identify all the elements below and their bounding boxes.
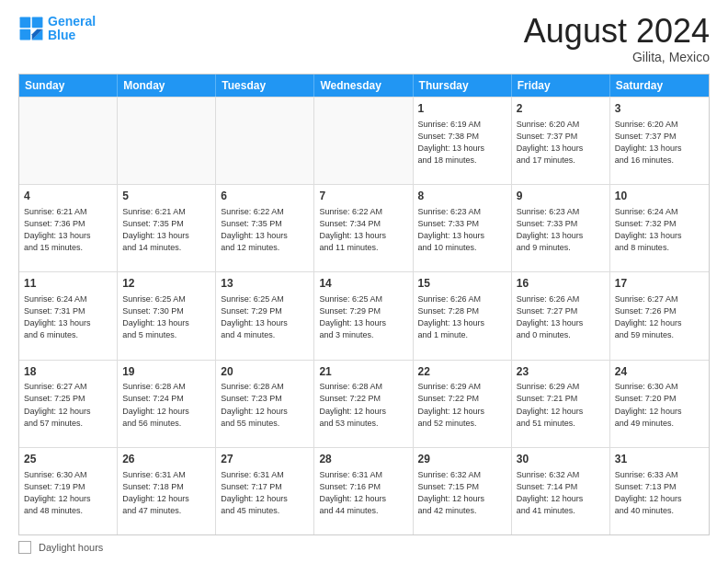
cal-row-4: 25Sunrise: 6:30 AM Sunset: 7:19 PM Dayli… — [19, 447, 709, 534]
cal-cell-1-3: 7Sunrise: 6:22 AM Sunset: 7:34 PM Daylig… — [314, 185, 413, 271]
cal-cell-0-1 — [118, 98, 216, 184]
dow-thursday: Thursday — [414, 75, 512, 97]
sun-info: Sunrise: 6:25 AM Sunset: 7:29 PM Dayligh… — [221, 293, 309, 341]
day-number: 30 — [517, 452, 605, 467]
day-number: 12 — [122, 276, 210, 292]
daylight-box — [18, 541, 31, 554]
daylight-label: Daylight hours — [39, 542, 103, 553]
cal-cell-4-6: 31Sunrise: 6:33 AM Sunset: 7:13 PM Dayli… — [610, 448, 709, 534]
dow-monday: Monday — [118, 75, 216, 97]
sun-info: Sunrise: 6:24 AM Sunset: 7:31 PM Dayligh… — [24, 293, 112, 341]
cal-cell-1-5: 9Sunrise: 6:23 AM Sunset: 7:33 PM Daylig… — [512, 185, 610, 271]
day-number: 3 — [615, 101, 704, 117]
logo: General Blue — [18, 15, 96, 43]
sun-info: Sunrise: 6:32 AM Sunset: 7:15 PM Dayligh… — [418, 469, 506, 517]
cal-cell-4-4: 29Sunrise: 6:32 AM Sunset: 7:15 PM Dayli… — [414, 448, 512, 534]
cal-cell-3-3: 21Sunrise: 6:28 AM Sunset: 7:22 PM Dayli… — [314, 361, 413, 447]
sun-info: Sunrise: 6:22 AM Sunset: 7:35 PM Dayligh… — [221, 206, 309, 254]
cal-row-3: 18Sunrise: 6:27 AM Sunset: 7:25 PM Dayli… — [19, 360, 709, 447]
cal-cell-3-0: 18Sunrise: 6:27 AM Sunset: 7:25 PM Dayli… — [19, 361, 118, 447]
cal-cell-3-4: 22Sunrise: 6:29 AM Sunset: 7:22 PM Dayli… — [414, 361, 512, 447]
sun-info: Sunrise: 6:26 AM Sunset: 7:27 PM Dayligh… — [517, 293, 605, 341]
cal-cell-4-1: 26Sunrise: 6:31 AM Sunset: 7:18 PM Dayli… — [118, 448, 216, 534]
cal-cell-1-4: 8Sunrise: 6:23 AM Sunset: 7:33 PM Daylig… — [414, 185, 512, 271]
logo-icon — [18, 16, 44, 41]
cal-row-0: 1Sunrise: 6:19 AM Sunset: 7:38 PM Daylig… — [19, 97, 709, 184]
day-number: 27 — [221, 452, 309, 467]
cal-row-2: 11Sunrise: 6:24 AM Sunset: 7:31 PM Dayli… — [19, 271, 709, 359]
cal-cell-0-0 — [19, 98, 118, 184]
sun-info: Sunrise: 6:32 AM Sunset: 7:14 PM Dayligh… — [517, 469, 605, 517]
month-title: August 2024 — [524, 15, 710, 48]
sun-info: Sunrise: 6:28 AM Sunset: 7:23 PM Dayligh… — [221, 381, 309, 429]
cal-cell-2-6: 17Sunrise: 6:27 AM Sunset: 7:26 PM Dayli… — [610, 272, 709, 359]
sun-info: Sunrise: 6:25 AM Sunset: 7:29 PM Dayligh… — [319, 293, 407, 341]
cal-cell-1-2: 6Sunrise: 6:22 AM Sunset: 7:35 PM Daylig… — [216, 185, 314, 271]
cal-cell-1-6: 10Sunrise: 6:24 AM Sunset: 7:32 PM Dayli… — [610, 185, 709, 271]
day-number: 6 — [221, 189, 309, 204]
day-number: 5 — [122, 189, 210, 204]
day-number: 10 — [615, 189, 704, 204]
day-number: 4 — [24, 189, 112, 204]
day-number: 28 — [319, 452, 407, 467]
sun-info: Sunrise: 6:23 AM Sunset: 7:33 PM Dayligh… — [517, 206, 605, 254]
cal-cell-2-2: 13Sunrise: 6:25 AM Sunset: 7:29 PM Dayli… — [216, 272, 314, 359]
sun-info: Sunrise: 6:22 AM Sunset: 7:34 PM Dayligh… — [319, 206, 407, 254]
sun-info: Sunrise: 6:23 AM Sunset: 7:33 PM Dayligh… — [418, 206, 506, 254]
header: General Blue August 2024 Gilita, Mexico — [18, 15, 710, 64]
day-number: 22 — [418, 364, 506, 380]
sun-info: Sunrise: 6:21 AM Sunset: 7:36 PM Dayligh… — [24, 206, 112, 254]
sun-info: Sunrise: 6:21 AM Sunset: 7:35 PM Dayligh… — [122, 206, 210, 254]
page: General Blue August 2024 Gilita, Mexico … — [0, 0, 728, 563]
sun-info: Sunrise: 6:30 AM Sunset: 7:19 PM Dayligh… — [24, 469, 112, 517]
day-number: 2 — [517, 101, 605, 117]
day-number: 8 — [418, 189, 506, 204]
day-number: 15 — [418, 276, 506, 292]
cal-cell-0-4: 1Sunrise: 6:19 AM Sunset: 7:38 PM Daylig… — [414, 98, 512, 184]
sun-info: Sunrise: 6:19 AM Sunset: 7:38 PM Dayligh… — [418, 119, 506, 167]
sun-info: Sunrise: 6:25 AM Sunset: 7:30 PM Dayligh… — [122, 293, 210, 341]
day-number: 26 — [122, 452, 210, 467]
sun-info: Sunrise: 6:29 AM Sunset: 7:21 PM Dayligh… — [517, 381, 605, 429]
cal-cell-2-4: 15Sunrise: 6:26 AM Sunset: 7:28 PM Dayli… — [414, 272, 512, 359]
calendar-header: Sunday Monday Tuesday Wednesday Thursday… — [19, 75, 709, 97]
day-number: 14 — [319, 276, 407, 292]
day-number: 21 — [319, 364, 407, 380]
sun-info: Sunrise: 6:28 AM Sunset: 7:24 PM Dayligh… — [122, 381, 210, 429]
dow-saturday: Saturday — [610, 75, 709, 97]
day-number: 31 — [615, 452, 704, 467]
day-number: 18 — [24, 364, 112, 380]
calendar-body: 1Sunrise: 6:19 AM Sunset: 7:38 PM Daylig… — [19, 97, 709, 534]
cal-row-1: 4Sunrise: 6:21 AM Sunset: 7:36 PM Daylig… — [19, 184, 709, 271]
sun-info: Sunrise: 6:31 AM Sunset: 7:16 PM Dayligh… — [319, 469, 407, 517]
dow-sunday: Sunday — [19, 75, 118, 97]
sun-info: Sunrise: 6:24 AM Sunset: 7:32 PM Dayligh… — [615, 206, 704, 254]
day-number: 24 — [615, 364, 704, 380]
cal-cell-2-0: 11Sunrise: 6:24 AM Sunset: 7:31 PM Dayli… — [19, 272, 118, 359]
cal-cell-3-6: 24Sunrise: 6:30 AM Sunset: 7:20 PM Dayli… — [610, 361, 709, 447]
sun-info: Sunrise: 6:27 AM Sunset: 7:25 PM Dayligh… — [24, 381, 112, 429]
sun-info: Sunrise: 6:31 AM Sunset: 7:17 PM Dayligh… — [221, 469, 309, 517]
cal-cell-4-5: 30Sunrise: 6:32 AM Sunset: 7:14 PM Dayli… — [512, 448, 610, 534]
day-number: 9 — [517, 189, 605, 204]
sun-info: Sunrise: 6:33 AM Sunset: 7:13 PM Dayligh… — [615, 469, 704, 517]
svg-rect-1 — [32, 17, 43, 29]
logo-general: General — [48, 14, 96, 29]
dow-tuesday: Tuesday — [216, 75, 314, 97]
cal-cell-1-0: 4Sunrise: 6:21 AM Sunset: 7:36 PM Daylig… — [19, 185, 118, 271]
day-number: 17 — [615, 276, 704, 292]
sun-info: Sunrise: 6:26 AM Sunset: 7:28 PM Dayligh… — [418, 293, 506, 341]
day-number: 7 — [319, 189, 407, 204]
logo-blue: Blue — [48, 28, 75, 42]
day-number: 16 — [517, 276, 605, 292]
logo-text: General Blue — [48, 15, 96, 43]
cal-cell-0-5: 2Sunrise: 6:20 AM Sunset: 7:37 PM Daylig… — [512, 98, 610, 184]
cal-cell-2-1: 12Sunrise: 6:25 AM Sunset: 7:30 PM Dayli… — [118, 272, 216, 359]
cal-cell-3-5: 23Sunrise: 6:29 AM Sunset: 7:21 PM Dayli… — [512, 361, 610, 447]
day-number: 23 — [517, 364, 605, 380]
sun-info: Sunrise: 6:20 AM Sunset: 7:37 PM Dayligh… — [615, 119, 704, 167]
dow-wednesday: Wednesday — [314, 75, 413, 97]
cal-cell-1-1: 5Sunrise: 6:21 AM Sunset: 7:35 PM Daylig… — [118, 185, 216, 271]
cal-cell-0-6: 3Sunrise: 6:20 AM Sunset: 7:37 PM Daylig… — [610, 98, 709, 184]
sun-info: Sunrise: 6:27 AM Sunset: 7:26 PM Dayligh… — [615, 293, 704, 341]
